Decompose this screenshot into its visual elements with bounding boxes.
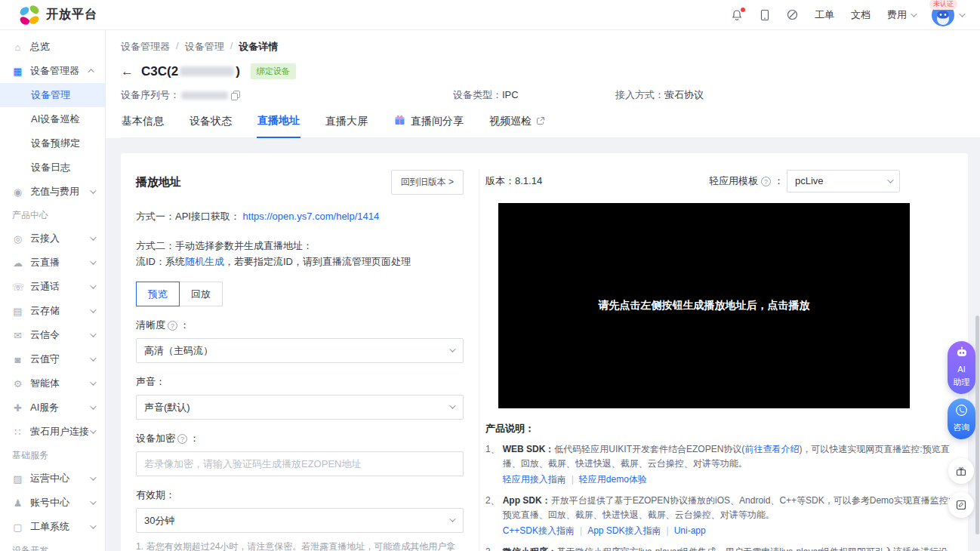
method-2-line: 方式二：手动选择参数并生成直播地址： 流ID：系统随机生成，若要指定流ID，请到… [136, 238, 464, 269]
help-icon[interactable]: ? [177, 434, 187, 444]
sidebar-item-cloud-live[interactable]: ☁ 云直播 [0, 251, 105, 275]
sound-select[interactable]: 声音(默认) [136, 395, 464, 420]
video-player[interactable]: 请先点击左侧按钮生成播放地址后，点击播放 [498, 203, 910, 408]
sidebar-item-cloud-call[interactable]: ☏ 云通话 [0, 275, 105, 299]
uni-app-link[interactable]: Uni-app [674, 525, 706, 536]
template-select[interactable]: pcLive [787, 170, 900, 192]
player-panel: 版本：8.1.14 轻应用模板 ? ： pcLive 请先点击左侧按钮生成播放地… [479, 170, 953, 551]
mobile-icon[interactable] [760, 9, 770, 21]
device-meta-row: 设备序列号： 设备类型：IPC 接入方式：萤石协议 [121, 88, 980, 102]
disc-icon[interactable] [787, 9, 798, 20]
cloud-access-icon: ◎ [12, 233, 23, 245]
logo[interactable]: 开放平台 [20, 5, 97, 25]
chevron-down-icon [90, 187, 96, 193]
encrypt-code-input[interactable] [136, 451, 464, 476]
clarity-select[interactable]: 高清（主码流） [136, 338, 464, 363]
breadcrumb-device-management[interactable]: 设备管理 [185, 40, 224, 54]
device-serial: 设备序列号： [121, 88, 453, 102]
nav-fees[interactable]: 费用 [887, 8, 915, 22]
gift-button[interactable] [948, 458, 974, 484]
chevron-down-icon [887, 177, 893, 183]
nav-docs[interactable]: 文档 [851, 8, 871, 22]
help-icon[interactable]: ? [761, 177, 771, 186]
sidebar-item-ai-services[interactable]: ✚ AI服务 [0, 396, 105, 420]
sidebar-item-agent[interactable]: ⚙ 智能体 [0, 371, 105, 396]
breadcrumb-separator: / [230, 40, 233, 54]
sidebar-item-device-prebind[interactable]: 设备预绑定 [0, 131, 105, 155]
sidebar-item-recharge-fees[interactable]: ◉ 充值与费用 [0, 180, 105, 204]
preview-button[interactable]: 预览 [136, 282, 180, 306]
sidebar-item-device-management[interactable]: 设备管理 [0, 83, 105, 107]
consult-button[interactable]: 咨询 [948, 399, 975, 439]
feedback-button[interactable] [948, 492, 974, 518]
random-generate-link[interactable]: 随机生成 [185, 256, 224, 267]
chevron-down-icon [449, 346, 455, 352]
chevron-down-icon [90, 234, 96, 240]
chevron-down-icon [90, 379, 96, 385]
sidebar-item-cloud-guard[interactable]: ◙ 云值守 [0, 347, 105, 371]
chevron-down-icon [90, 474, 96, 480]
content-card: 播放地址 回到旧版本 > 方式一：API接口获取： https://open.y… [121, 153, 968, 551]
gift-icon [955, 465, 967, 477]
api-help-link[interactable]: https://open.ys7.com/help/1414 [243, 211, 380, 222]
product-note-web-sdk: 1、 WEB SDK：低代码轻应用UIKIT开发套件结合EZOPEN协议(前往查… [485, 442, 953, 487]
sidebar-item-overview[interactable]: ⌂ 总览 [0, 35, 105, 59]
chevron-down-icon [90, 427, 96, 433]
robot-icon [955, 346, 969, 359]
chevron-down-icon [90, 522, 96, 528]
sidebar-item-cloud-signaling[interactable]: ✉ 云信令 [0, 323, 105, 347]
user-avatar[interactable]: 未认证 [932, 4, 963, 26]
tab-live-address[interactable]: 直播地址 [257, 114, 300, 138]
sound-label: 声音： [136, 375, 464, 389]
back-button[interactable]: ← [121, 65, 134, 78]
app-sdk-guide-link[interactable]: App SDK接入指南 [587, 525, 661, 536]
sidebar-item-account-center[interactable]: ♟ 账号中心 [0, 491, 105, 515]
phone-icon: ☏ [12, 282, 23, 293]
method-1-line: 方式一：API接口获取： https://open.ys7.com/help/1… [136, 208, 464, 224]
light-app-demo-link[interactable]: 轻应用demo体验 [579, 474, 647, 485]
ai-assistant-button[interactable]: AI 助理 [948, 341, 975, 394]
notification-bell-icon[interactable] [731, 9, 743, 21]
copy-icon[interactable] [231, 91, 240, 100]
sidebar-item-ai-inspection[interactable]: AI设备巡检 [0, 107, 105, 131]
tab-basic-info[interactable]: 基本信息 [121, 115, 165, 137]
validity-select[interactable]: 30分钟 [136, 508, 464, 533]
cloud-icon: ☁ [12, 257, 23, 269]
feedback-icon [955, 499, 967, 511]
panel-title: 播放地址 [136, 175, 181, 189]
breadcrumb-device-manager[interactable]: 设备管理器 [121, 40, 170, 54]
play-address-panel: 播放地址 回到旧版本 > 方式一：API接口获取： https://open.y… [136, 170, 479, 551]
intro-link[interactable]: 前往查看介绍 [744, 444, 799, 454]
plus-icon: ✚ [12, 402, 23, 414]
encrypt-label: 设备加密 ? ： [136, 432, 464, 445]
tab-device-status[interactable]: 设备状态 [189, 115, 233, 137]
breadcrumb-device-detail: 设备详情 [239, 40, 278, 54]
sidebar-item-operation-center[interactable]: ▨ 运营中心 [0, 466, 105, 491]
sidebar-item-device-logs[interactable]: 设备日志 [0, 155, 105, 180]
sidebar-item-device-manager[interactable]: ▦ 设备管理器 [0, 59, 105, 83]
bind-status-badge: 绑定设备 [251, 63, 296, 79]
validity-notes: 1.若您有效期超过24小时，请注意保密。若泄露直播地址，可能造成其他用户拿到直播… [136, 540, 464, 551]
light-app-guide-link[interactable]: 轻应用接入指南 [503, 474, 566, 485]
chevron-down-icon [959, 11, 965, 17]
version-info: 版本：8.1.14 [485, 174, 542, 188]
sidebar-item-ticket-system[interactable]: ▢ 工单系统 [0, 515, 105, 539]
detail-tabs: 基本信息 设备状态 直播地址 直播大屏 直播间分享 视频巡检 [121, 114, 980, 138]
tab-video-patrol[interactable]: 视频巡检 [488, 115, 546, 137]
scrollbar-thumb[interactable] [975, 316, 979, 534]
sidebar-item-cloud-storage[interactable]: ▤ 云存储 [0, 299, 105, 323]
sidebar-item-cloud-access[interactable]: ◎ 云接入 [0, 226, 105, 251]
tab-live-screen[interactable]: 直播大屏 [325, 115, 368, 137]
help-icon[interactable]: ? [168, 321, 177, 331]
main-content: 设备管理器 / 设备管理 / 设备详情 ← C3C(2 ) 绑定设备 设备序列号… [106, 30, 980, 551]
guard-icon: ◙ [12, 354, 23, 365]
tab-live-share[interactable]: 直播间分享 [393, 114, 464, 137]
chevron-down-icon [90, 306, 96, 312]
sidebar-item-ezviz-user-connect[interactable]: ∷ 萤石用户连接 [0, 420, 105, 444]
nav-work-order[interactable]: 工单 [815, 8, 834, 22]
sidebar-section-device-dev: 设备开发 [0, 539, 105, 551]
chart-icon: ▨ [12, 473, 23, 485]
playback-button[interactable]: 回放 [179, 282, 223, 306]
old-version-button[interactable]: 回到旧版本 > [391, 170, 464, 195]
cpp-sdk-guide-link[interactable]: C++SDK接入指南 [503, 525, 575, 536]
